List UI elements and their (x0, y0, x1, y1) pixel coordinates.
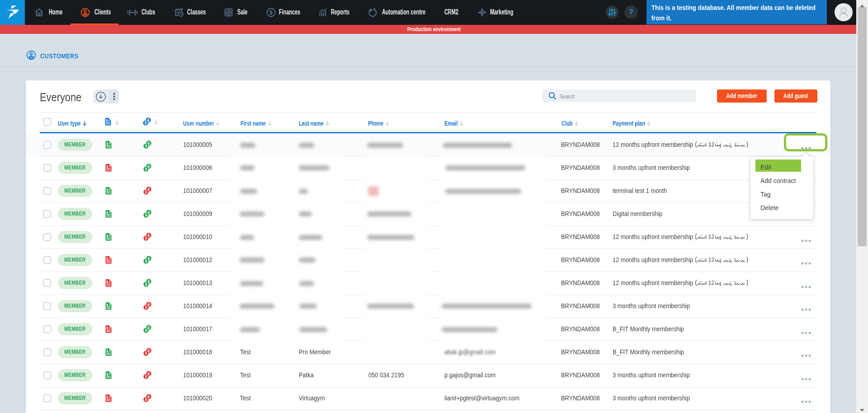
svg-text:$: $ (145, 121, 147, 125)
svg-text:$: $ (145, 144, 147, 148)
svg-text:): ) (746, 233, 748, 240)
svg-text:$: $ (145, 236, 147, 240)
svg-text:): ) (746, 256, 748, 263)
svg-text:(: ( (695, 279, 697, 286)
svg-text:$: $ (145, 305, 147, 310)
svg-text:12: 12 (708, 141, 714, 148)
svg-text:(: ( (695, 256, 697, 263)
svg-text:$: $ (145, 375, 147, 379)
svg-text:$: $ (145, 167, 147, 171)
svg-text:$: $ (145, 282, 147, 286)
svg-text:$: $ (145, 398, 147, 402)
svg-text:$: $ (145, 352, 147, 356)
svg-text:12: 12 (708, 256, 714, 263)
svg-text:$: $ (269, 9, 273, 16)
svg-text:$: $ (145, 213, 147, 217)
svg-text:): ) (746, 279, 748, 286)
svg-text:(: ( (695, 141, 697, 148)
svg-text:$: $ (145, 190, 147, 194)
svg-text:$: $ (145, 329, 147, 333)
svg-text:): ) (746, 141, 748, 148)
svg-text:(: ( (695, 233, 697, 240)
svg-text:$: $ (145, 259, 147, 263)
svg-text:12: 12 (708, 233, 714, 240)
svg-text:12: 12 (708, 279, 714, 286)
